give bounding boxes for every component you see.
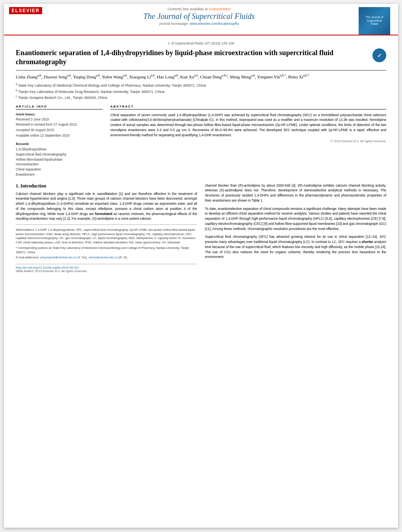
main-col-left: 1. Introduction Calcium channel blockers… (16, 183, 197, 273)
keyword-5: Chiral separation (16, 167, 102, 172)
abbreviations-footnote: Abbreviations: 1,4-DHP, 1,4-dihydropyrid… (16, 228, 197, 245)
doi-link[interactable]: http://dx.doi.org/10.1016/j.supflu.2015.… (16, 266, 197, 269)
affiliation-b: b Tianjin Key Laboratory of Molecular Dr… (16, 89, 386, 95)
article-history-label: Article history: (16, 113, 102, 116)
journal-header: ELSEVIER Contents lists available at Sci… (4, 4, 398, 35)
authors-list: Lisha Zhanga,b, Zhaorui Songa,b, Yaqing … (16, 74, 386, 81)
journal-meta: Contents lists available at ScienceDirec… (43, 7, 355, 11)
article-body: J. of Supercritical Fluids 107 (2016) 12… (4, 35, 398, 281)
journal-issue-meta: J. of Supercritical Fluids 107 (2016) 12… (16, 41, 386, 45)
elsevier-logo: ELSEVIER (9, 7, 42, 14)
section-1-title: 1. Introduction (16, 183, 197, 189)
intro-paragraph-2: channel blocker than (R)-amlodipine by a… (205, 183, 386, 203)
keywords-label: Keywords: (16, 142, 102, 146)
elsevier-logo-box: ELSEVIER (12, 7, 39, 14)
article-info-abstract-section: ARTICLE INFO Article history: Received 3… (16, 105, 386, 177)
crossmark-icon: ✓ (372, 48, 386, 62)
accepted-date: Accepted 30 August 2015 (16, 128, 102, 133)
page: ELSEVIER Contents lists available at Sci… (4, 4, 398, 528)
affiliations: a State Key Laboratory of Medicinal Chem… (16, 82, 386, 101)
revised-date: Received in revised form 27 August 2015 (16, 122, 102, 127)
article-info-column: ARTICLE INFO Article history: Received 3… (16, 105, 102, 177)
journal-homepage: journal homepage: www.elsevier.com/locat… (43, 22, 355, 26)
email-2[interactable]: xirimo@nankai.edu.cn (88, 256, 117, 259)
corresponding-author-footnote: * Corresponding authors at; State Key La… (16, 246, 197, 254)
intro-paragraph-4: Supercritical fluid chromatography (SFC)… (205, 234, 386, 260)
homepage-url[interactable]: www.elsevier.com/locate/supflu (190, 22, 239, 26)
footer-links: http://dx.doi.org/10.1016/j.supflu.2015.… (16, 264, 197, 273)
footnote-divider (16, 224, 197, 225)
abstract-text: Chiral separation of seven commonly used… (110, 113, 386, 138)
email-1[interactable]: yinyongmei@nankai.edu.cn (40, 256, 76, 259)
authors-text: Lisha Zhanga,b, Zhaorui Songa,b, Yaqing … (16, 74, 309, 79)
contents-available-text: Contents lists available at (168, 7, 208, 11)
keyword-6: Enantiomers (16, 172, 102, 177)
intro-paragraph-3: To date, enantioselective separation of … (205, 206, 386, 232)
main-content: 1. Introduction Calcium channel blockers… (16, 183, 386, 273)
journal-header-center: Contents lists available at ScienceDirec… (39, 7, 359, 26)
article-title: Enantiomeric separation of 1,4-dihydropy… (16, 48, 368, 67)
issn-text: 0896-8446/© 2015 Elsevier B.V. All right… (16, 269, 197, 273)
abstract-header: ABSTRACT (110, 105, 386, 109)
main-col-right: channel blocker than (R)-amlodipine by a… (205, 183, 386, 273)
keyword-2: Supercritical fluid chromatography (16, 152, 102, 157)
available-date: Available online 12 September 2015 (16, 133, 102, 138)
article-title-section: Enantiomeric separation of 1,4-dihydropy… (16, 48, 386, 70)
article-info-header: ARTICLE INFO (16, 105, 102, 109)
received-date: Received 3 June 2015 (16, 117, 102, 122)
intro-paragraph-1: Calcium channel blockers play a signific… (16, 191, 197, 222)
keyword-1: 1,4-Dihydropyridines (16, 147, 102, 152)
affiliation-c: c Tianjin Sungene Biotech Co., Ltd., Tia… (16, 95, 386, 101)
sciencedirect-link[interactable]: ScienceDirect (209, 7, 231, 11)
email-footnote: E-mail addresses: yinyongmei@nankai.edu.… (16, 256, 197, 260)
journal-title: The Journal of Supercritical Fluids (43, 12, 355, 21)
copyright-line: © 2015 Elsevier B.V. All rights reserved… (110, 139, 386, 143)
keyword-4: microextraction (16, 162, 102, 167)
keyword-3: Hollow fibre-based liquid-phase (16, 157, 102, 162)
abstract-column: ABSTRACT Chiral separation of seven comm… (110, 105, 386, 177)
journal-logo-image: The Journal ofSupercriticalFluids (359, 7, 390, 35)
affiliation-a: a State Key Laboratory of Medicinal Chem… (16, 82, 386, 89)
